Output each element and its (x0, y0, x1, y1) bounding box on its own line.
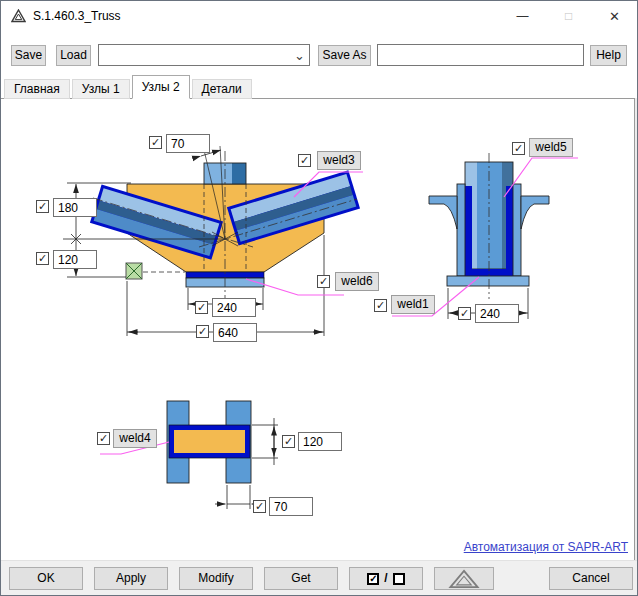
minimize-button[interactable]: — (500, 1, 545, 31)
toggle-checks-button[interactable]: ✓ / (349, 567, 423, 590)
dim-section-width-input[interactable] (269, 497, 313, 516)
weld5-checkbox[interactable]: ✓ (512, 142, 525, 155)
column-view (429, 153, 549, 299)
dim-stub-width-input[interactable] (166, 134, 210, 153)
titlebar: S.1.460.3_Truss — □ ✕ (1, 1, 637, 31)
dim-lower-offset-checkbox[interactable]: ✓ (36, 252, 49, 265)
green-marker[interactable] (126, 263, 142, 279)
close-button[interactable]: ✕ (592, 1, 637, 31)
weld-strip-right (506, 186, 513, 269)
weld5-label[interactable]: weld5 (529, 138, 573, 157)
slash-glyph: / (384, 568, 387, 589)
socket-wall-right (513, 184, 521, 276)
save-as-button[interactable]: Save As (318, 45, 371, 66)
tab-uzly-1[interactable]: Узлы 1 (72, 79, 130, 99)
dim-plate-width-checkbox[interactable]: ✓ (195, 301, 208, 314)
dim-lower-offset-input[interactable] (53, 250, 97, 269)
dim-section-width-checkbox[interactable]: ✓ (253, 500, 266, 513)
cancel-button[interactable]: Cancel (549, 567, 633, 590)
tab-strip: Главная Узлы 1 Узлы 2 Детали (4, 75, 254, 99)
dim-plate-width-input[interactable] (212, 298, 256, 317)
get-button[interactable]: Get (264, 567, 338, 590)
weld1-label[interactable]: weld1 (391, 295, 435, 314)
dim-base-width-checkbox[interactable]: ✓ (458, 307, 471, 320)
dim-gusset-length-input[interactable] (213, 323, 257, 342)
tab-glavnaya[interactable]: Главная (4, 79, 70, 99)
base-plate (447, 276, 529, 286)
dim-section-height-checkbox[interactable]: ✓ (282, 435, 295, 448)
dim-upper-offset-checkbox[interactable]: ✓ (36, 200, 49, 213)
weld6-label[interactable]: weld6 (335, 272, 379, 291)
app-logo-icon (11, 9, 26, 23)
dim-gusset-length-checkbox[interactable]: ✓ (196, 325, 209, 338)
wing-left (429, 196, 457, 229)
section-view (167, 401, 251, 483)
section-plate (174, 430, 245, 453)
tab-detali[interactable]: Детали (192, 79, 252, 99)
dim-section-height-input[interactable] (298, 432, 342, 451)
weld3-checkbox[interactable]: ✓ (298, 154, 311, 167)
save-button[interactable]: Save (11, 45, 46, 66)
logo-button[interactable] (434, 567, 494, 590)
checked-box-icon: ✓ (367, 573, 379, 585)
dim-stub-width-checkbox[interactable]: ✓ (149, 136, 162, 149)
apply-button[interactable]: Apply (94, 567, 168, 590)
weld-strip-left (465, 186, 472, 269)
maximize-button[interactable]: □ (546, 1, 591, 31)
window-title: S.1.460.3_Truss (33, 9, 121, 23)
socket-wall-left (457, 184, 465, 276)
weld3-label[interactable]: weld3 (317, 151, 361, 170)
help-button[interactable]: Help (590, 45, 627, 66)
weld6-checkbox[interactable]: ✓ (317, 275, 330, 288)
dialog-window: S.1.460.3_Truss — □ ✕ Save Load ⌄ Save A… (0, 0, 638, 596)
dim-base-width-input[interactable] (475, 304, 519, 323)
filename-input[interactable] (377, 44, 584, 66)
dim-upper-offset-input[interactable] (53, 198, 97, 217)
tab-uzly-2[interactable]: Узлы 2 (132, 75, 190, 99)
weld4-label[interactable]: weld4 (113, 429, 157, 448)
load-button[interactable]: Load (56, 45, 91, 66)
weld4-checkbox[interactable]: ✓ (97, 432, 110, 445)
modify-button[interactable]: Modify (179, 567, 253, 590)
weld1-checkbox[interactable]: ✓ (374, 299, 387, 312)
chevron-down-icon[interactable]: ⌄ (294, 51, 305, 61)
preset-combobox[interactable] (98, 44, 310, 66)
ok-button[interactable]: OK (9, 567, 83, 590)
unchecked-box-icon (393, 573, 405, 585)
wing-right (521, 196, 549, 229)
triangle-logo-icon (447, 569, 481, 589)
sapr-art-link[interactable]: Автоматизация от SAPR-ART (464, 540, 628, 554)
